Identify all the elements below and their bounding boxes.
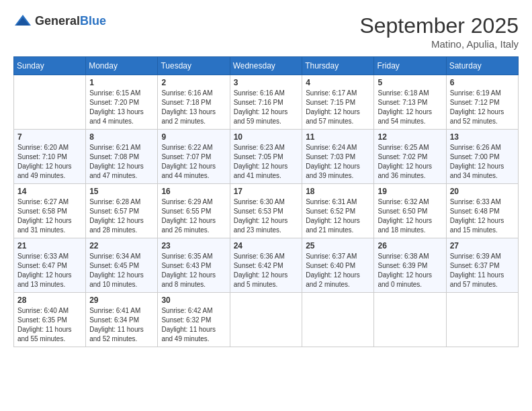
day-number: 19: [378, 187, 442, 196]
day-info: Sunrise: 6:40 AM Sunset: 6:35 PM Dayligh…: [17, 306, 82, 344]
day-number: 24: [234, 241, 299, 250]
calendar-cell: [374, 293, 446, 347]
day-info: Sunrise: 6:16 AM Sunset: 7:18 PM Dayligh…: [161, 89, 226, 126]
day-number: 9: [161, 132, 226, 142]
day-info: Sunrise: 6:27 AM Sunset: 6:58 PM Dayligh…: [17, 197, 82, 235]
day-info: Sunrise: 6:33 AM Sunset: 6:47 PM Dayligh…: [17, 252, 82, 289]
calendar-cell: 16Sunrise: 6:29 AM Sunset: 6:55 PM Dayli…: [158, 184, 230, 238]
day-number: 1: [89, 78, 154, 87]
calendar-cell: 21Sunrise: 6:33 AM Sunset: 6:47 PM Dayli…: [14, 238, 86, 293]
day-info: Sunrise: 6:17 AM Sunset: 7:15 PM Dayligh…: [306, 89, 370, 126]
day-info: Sunrise: 6:16 AM Sunset: 7:16 PM Dayligh…: [234, 89, 299, 126]
calendar-cell: 15Sunrise: 6:28 AM Sunset: 6:57 PM Dayli…: [86, 184, 158, 238]
calendar-cell: 24Sunrise: 6:36 AM Sunset: 6:42 PM Dayli…: [230, 238, 302, 293]
day-number: 7: [17, 132, 82, 142]
calendar-cell: 28Sunrise: 6:40 AM Sunset: 6:35 PM Dayli…: [14, 293, 86, 347]
day-number: 18: [306, 187, 370, 196]
page-header: GeneralBlue September 2025 Matino, Apuli…: [13, 13, 519, 50]
month-title: September 2025: [359, 13, 519, 38]
title-block: September 2025 Matino, Apulia, Italy: [359, 13, 519, 50]
day-info: Sunrise: 6:19 AM Sunset: 7:12 PM Dayligh…: [450, 89, 515, 126]
day-info: Sunrise: 6:18 AM Sunset: 7:13 PM Dayligh…: [378, 89, 442, 126]
calendar-cell: 27Sunrise: 6:39 AM Sunset: 6:37 PM Dayli…: [446, 238, 518, 293]
calendar-cell: 29Sunrise: 6:41 AM Sunset: 6:34 PM Dayli…: [86, 293, 158, 347]
day-header-saturday: Saturday: [446, 57, 518, 75]
day-info: Sunrise: 6:30 AM Sunset: 6:53 PM Dayligh…: [234, 197, 299, 235]
calendar-cell: 10Sunrise: 6:23 AM Sunset: 7:05 PM Dayli…: [230, 130, 302, 184]
calendar-cell: 18Sunrise: 6:31 AM Sunset: 6:52 PM Dayli…: [302, 184, 374, 238]
calendar-cell: 19Sunrise: 6:32 AM Sunset: 6:50 PM Dayli…: [374, 184, 446, 238]
calendar-cell: 9Sunrise: 6:22 AM Sunset: 7:07 PM Daylig…: [158, 130, 230, 184]
calendar-week-row: 28Sunrise: 6:40 AM Sunset: 6:35 PM Dayli…: [14, 293, 519, 347]
calendar-cell: 1Sunrise: 6:15 AM Sunset: 7:20 PM Daylig…: [86, 75, 158, 130]
calendar-cell: 2Sunrise: 6:16 AM Sunset: 7:18 PM Daylig…: [158, 75, 230, 130]
calendar-cell: [230, 293, 302, 347]
day-number: 20: [450, 187, 515, 196]
calendar-cell: 13Sunrise: 6:26 AM Sunset: 7:00 PM Dayli…: [446, 130, 518, 184]
day-info: Sunrise: 6:22 AM Sunset: 7:07 PM Dayligh…: [161, 143, 226, 181]
calendar-cell: [14, 75, 86, 130]
day-number: 15: [89, 187, 154, 196]
day-info: Sunrise: 6:41 AM Sunset: 6:34 PM Dayligh…: [89, 306, 154, 344]
calendar-cell: 22Sunrise: 6:34 AM Sunset: 6:45 PM Dayli…: [86, 238, 158, 293]
day-number: 2: [161, 78, 226, 87]
calendar-cell: 25Sunrise: 6:37 AM Sunset: 6:40 PM Dayli…: [302, 238, 374, 293]
day-info: Sunrise: 6:37 AM Sunset: 6:40 PM Dayligh…: [306, 252, 370, 289]
day-info: Sunrise: 6:34 AM Sunset: 6:45 PM Dayligh…: [89, 252, 154, 289]
day-info: Sunrise: 6:20 AM Sunset: 7:10 PM Dayligh…: [17, 143, 82, 181]
day-number: 26: [378, 241, 442, 250]
day-header-sunday: Sunday: [14, 57, 86, 75]
calendar-cell: 17Sunrise: 6:30 AM Sunset: 6:53 PM Dayli…: [230, 184, 302, 238]
day-header-monday: Monday: [86, 57, 158, 75]
day-number: 16: [161, 187, 226, 196]
day-info: Sunrise: 6:31 AM Sunset: 6:52 PM Dayligh…: [306, 197, 370, 235]
logo-general: General: [35, 14, 80, 28]
calendar-cell: 11Sunrise: 6:24 AM Sunset: 7:03 PM Dayli…: [302, 130, 374, 184]
logo: GeneralBlue: [13, 13, 106, 28]
day-info: Sunrise: 6:23 AM Sunset: 7:05 PM Dayligh…: [234, 143, 299, 181]
day-number: 21: [17, 241, 82, 250]
calendar-cell: 23Sunrise: 6:35 AM Sunset: 6:43 PM Dayli…: [158, 238, 230, 293]
day-number: 27: [450, 241, 515, 250]
calendar-cell: 5Sunrise: 6:18 AM Sunset: 7:13 PM Daylig…: [374, 75, 446, 130]
calendar-cell: [302, 293, 374, 347]
day-number: 3: [234, 78, 299, 87]
calendar-cell: 6Sunrise: 6:19 AM Sunset: 7:12 PM Daylig…: [446, 75, 518, 130]
calendar-cell: 30Sunrise: 6:42 AM Sunset: 6:32 PM Dayli…: [158, 293, 230, 347]
day-number: 8: [89, 132, 154, 142]
day-number: 22: [89, 241, 154, 250]
day-info: Sunrise: 6:42 AM Sunset: 6:32 PM Dayligh…: [161, 306, 226, 344]
calendar-cell: 14Sunrise: 6:27 AM Sunset: 6:58 PM Dayli…: [14, 184, 86, 238]
calendar-cell: 20Sunrise: 6:33 AM Sunset: 6:48 PM Dayli…: [446, 184, 518, 238]
calendar-cell: 7Sunrise: 6:20 AM Sunset: 7:10 PM Daylig…: [14, 130, 86, 184]
day-number: 12: [378, 132, 442, 142]
day-info: Sunrise: 6:32 AM Sunset: 6:50 PM Dayligh…: [378, 197, 442, 235]
day-info: Sunrise: 6:26 AM Sunset: 7:00 PM Dayligh…: [450, 143, 515, 181]
day-header-wednesday: Wednesday: [230, 57, 302, 75]
calendar-table: SundayMondayTuesdayWednesdayThursdayFrid…: [13, 56, 519, 347]
day-info: Sunrise: 6:39 AM Sunset: 6:37 PM Dayligh…: [450, 252, 515, 289]
day-number: 23: [161, 241, 226, 250]
day-number: 6: [450, 78, 515, 87]
day-info: Sunrise: 6:15 AM Sunset: 7:20 PM Dayligh…: [89, 89, 154, 126]
calendar-week-row: 7Sunrise: 6:20 AM Sunset: 7:10 PM Daylig…: [14, 130, 519, 184]
calendar-cell: [446, 293, 518, 347]
day-number: 14: [17, 187, 82, 196]
day-header-tuesday: Tuesday: [158, 57, 230, 75]
day-header-friday: Friday: [374, 57, 446, 75]
day-info: Sunrise: 6:29 AM Sunset: 6:55 PM Dayligh…: [161, 197, 226, 235]
day-info: Sunrise: 6:28 AM Sunset: 6:57 PM Dayligh…: [89, 197, 154, 235]
day-number: 13: [450, 132, 515, 142]
day-info: Sunrise: 6:24 AM Sunset: 7:03 PM Dayligh…: [306, 143, 370, 181]
day-number: 30: [161, 295, 226, 305]
calendar-week-row: 1Sunrise: 6:15 AM Sunset: 7:20 PM Daylig…: [14, 75, 519, 130]
day-header-thursday: Thursday: [302, 57, 374, 75]
day-info: Sunrise: 6:35 AM Sunset: 6:43 PM Dayligh…: [161, 252, 226, 289]
day-number: 25: [306, 241, 370, 250]
calendar-cell: 4Sunrise: 6:17 AM Sunset: 7:15 PM Daylig…: [302, 75, 374, 130]
day-info: Sunrise: 6:38 AM Sunset: 6:39 PM Dayligh…: [378, 252, 442, 289]
day-info: Sunrise: 6:36 AM Sunset: 6:42 PM Dayligh…: [234, 252, 299, 289]
day-number: 5: [378, 78, 442, 87]
day-number: 4: [306, 78, 370, 87]
day-number: 29: [89, 295, 154, 305]
